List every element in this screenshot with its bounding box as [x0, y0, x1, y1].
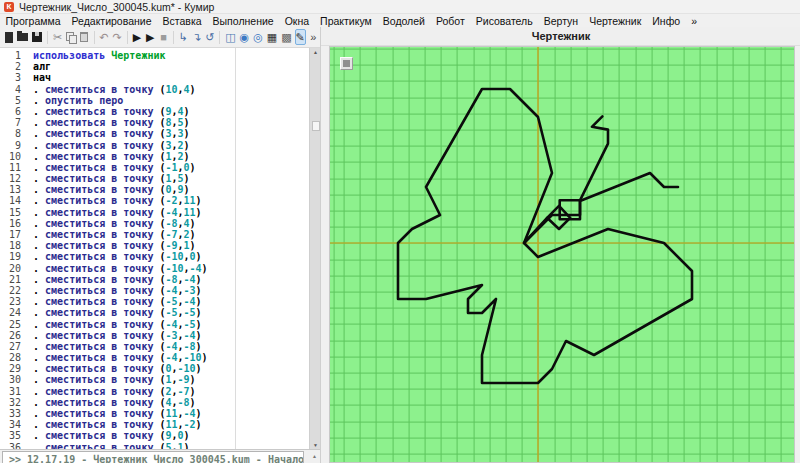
line-number: 26 [0, 330, 26, 341]
code-line-9[interactable]: 9. сместиться в точку (3,2) [0, 140, 308, 151]
menu-item-4[interactable]: Выполнение [207, 15, 279, 27]
menu-item-12[interactable]: Инфо [647, 15, 686, 27]
new-file-icon[interactable] [3, 29, 14, 45]
code-text: . сместиться в точку (1,2) [26, 151, 190, 162]
code-line-7[interactable]: 7. сместиться в точку (8,5) [0, 117, 308, 128]
code-line-4[interactable]: 4. сместиться в точку (10,4) [0, 84, 308, 95]
log-pane: >> 12.17.19 - Чертежник_Число_300045.kum… [0, 449, 320, 463]
code-line-18[interactable]: 18. сместиться в точку (-9,1) [0, 240, 308, 251]
robot-field-icon[interactable]: ▦ [266, 29, 278, 45]
code-line-35[interactable]: 35. сместиться в точку (9,0) [0, 430, 308, 441]
scroll-up-icon[interactable]: ▲ [310, 49, 320, 55]
run-icon[interactable]: ▶ [131, 29, 142, 45]
code-line-27[interactable]: 27. сместиться в точку (-4,-8) [0, 341, 308, 352]
step-into-icon[interactable]: ↴ [191, 29, 202, 45]
menu-item-2[interactable]: Редактирование [66, 15, 157, 27]
line-number: 16 [0, 218, 26, 229]
editor-scrollbar[interactable]: ▲ ▼ [309, 48, 320, 449]
run-step-icon[interactable]: ▶ [145, 29, 156, 45]
line-number: 3 [0, 72, 26, 83]
code-line-21[interactable]: 21. сместиться в точку (-8,-4) [0, 274, 308, 285]
menu-item-3[interactable]: Вставка [157, 15, 207, 27]
save-icon[interactable] [31, 29, 43, 45]
code-line-14[interactable]: 14. сместиться в точку (-2,11) [0, 195, 308, 206]
code-line-5[interactable]: 5. опустить перо [0, 95, 308, 106]
code-line-36[interactable]: 36. сместиться в точку (5,1) [0, 442, 308, 449]
code-line-25[interactable]: 25. сместиться в точку (-4,-5) [0, 319, 308, 330]
water-actor-icon[interactable]: ◉ [239, 29, 251, 45]
line-number: 6 [0, 106, 26, 117]
code-line-31[interactable]: 31. сместиться в точку (2,-7) [0, 386, 308, 397]
step-over-icon[interactable]: ↳ [178, 29, 189, 45]
redo-icon[interactable]: ↷ [112, 29, 123, 45]
robot-icon[interactable]: ▩ [280, 29, 292, 45]
line-number: 29 [0, 363, 26, 374]
code-line-22[interactable]: 22. сместиться в точку (-4,-3) [0, 285, 308, 296]
butterfly-outline [398, 89, 692, 383]
menu-item-6[interactable]: Практикум [315, 15, 378, 27]
menu-item-13[interactable]: » [686, 15, 703, 27]
code-line-20[interactable]: 20. сместиться в точку (-10,-4) [0, 263, 308, 274]
butterfly-drawing [330, 47, 795, 463]
line-number: 30 [0, 374, 26, 385]
code-line-26[interactable]: 26. сместиться в точку (-3,-4) [0, 330, 308, 341]
code-text: алг [26, 61, 51, 72]
drafter-icon[interactable]: ✎ [295, 29, 306, 45]
stop-icon[interactable]: ■ [158, 29, 169, 45]
menu-item-7[interactable]: Водолей [377, 15, 430, 27]
code-text: . опустить перо [26, 95, 123, 106]
menu-item-5[interactable]: Окна [279, 15, 314, 27]
code-line-13[interactable]: 13. сместиться в точку (0,9) [0, 184, 308, 195]
code-line-29[interactable]: 29. сместиться в точку (0,-10) [0, 363, 308, 374]
code-line-6[interactable]: 6. сместиться в точку (9,4) [0, 106, 308, 117]
undo-icon[interactable]: ↶ [98, 29, 109, 45]
scroll-down-icon[interactable]: ▼ [310, 442, 320, 448]
code-line-19[interactable]: 19. сместиться в точку (-10,0) [0, 251, 308, 262]
code-line-17[interactable]: 17. сместиться в точку (-7,2) [0, 229, 308, 240]
code-line-16[interactable]: 16. сместиться в точку (-8,4) [0, 218, 308, 229]
code-line-12[interactable]: 12. сместиться в точку (1,5) [0, 173, 308, 184]
code-line-34[interactable]: 34. сместиться в точку (11,-2) [0, 419, 308, 430]
code-line-11[interactable]: 11. сместиться в точку (-1,0) [0, 162, 308, 173]
code-line-1[interactable]: 1использовать Чертежник [0, 50, 308, 61]
copy-icon[interactable] [65, 29, 76, 45]
code-line-32[interactable]: 32. сместиться в точку (4,-8) [0, 397, 308, 408]
code-text: . сместиться в точку (-4,-10) [26, 352, 208, 363]
code-line-15[interactable]: 15. сместиться в точку (-4,11) [0, 207, 308, 218]
line-number: 13 [0, 184, 26, 195]
toolbar-separator [47, 31, 48, 44]
code-line-3[interactable]: 3нач [0, 72, 308, 83]
step-out-icon[interactable]: ↺ [204, 29, 215, 45]
menu-item-1[interactable]: Программа [0, 15, 66, 27]
open-file-icon[interactable] [16, 29, 29, 45]
menu-item-8[interactable]: Робот [430, 15, 470, 27]
line-number: 14 [0, 195, 26, 206]
drafter-field[interactable] [329, 46, 795, 463]
line-number: 25 [0, 319, 26, 330]
cut-icon[interactable]: ✂ [52, 29, 63, 45]
menu-item-9[interactable]: Рисователь [470, 15, 538, 27]
code-line-30[interactable]: 30. сместиться в точку (1,-9) [0, 374, 308, 385]
field-corner-button[interactable] [340, 57, 353, 70]
code-line-10[interactable]: 10. сместиться в точку (1,2) [0, 151, 308, 162]
log-scroll-up-icon[interactable]: ▲ [312, 453, 317, 459]
code-line-23[interactable]: 23. сместиться в точку (-5,-4) [0, 296, 308, 307]
antenna [580, 116, 608, 200]
scrollbar-thumb[interactable] [312, 121, 320, 131]
line-number: 10 [0, 151, 26, 162]
windows-icon[interactable]: ◫ [224, 29, 236, 45]
toolbar-overflow-icon[interactable]: » [308, 29, 319, 45]
menu-item-10[interactable]: Вертун [538, 15, 583, 27]
menu-item-11[interactable]: Чертежник [584, 15, 647, 27]
line-number: 22 [0, 285, 26, 296]
paste-icon[interactable] [78, 29, 89, 45]
code-line-2[interactable]: 2алг [0, 61, 308, 72]
turner-actor-icon[interactable]: ◎ [252, 29, 264, 45]
line-number: 15 [0, 207, 26, 218]
code-line-24[interactable]: 24. сместиться в точку (-5,-5) [0, 307, 308, 318]
code-editor[interactable]: 1использовать Чертежник2алг3нач4. смести… [0, 48, 320, 449]
code-line-8[interactable]: 8. сместиться в точку (3,3) [0, 128, 308, 139]
code-text: . сместиться в точку (-7,2) [26, 229, 196, 240]
code-line-33[interactable]: 33. сместиться в точку (11,-4) [0, 408, 308, 419]
code-line-28[interactable]: 28. сместиться в точку (-4,-10) [0, 352, 308, 363]
